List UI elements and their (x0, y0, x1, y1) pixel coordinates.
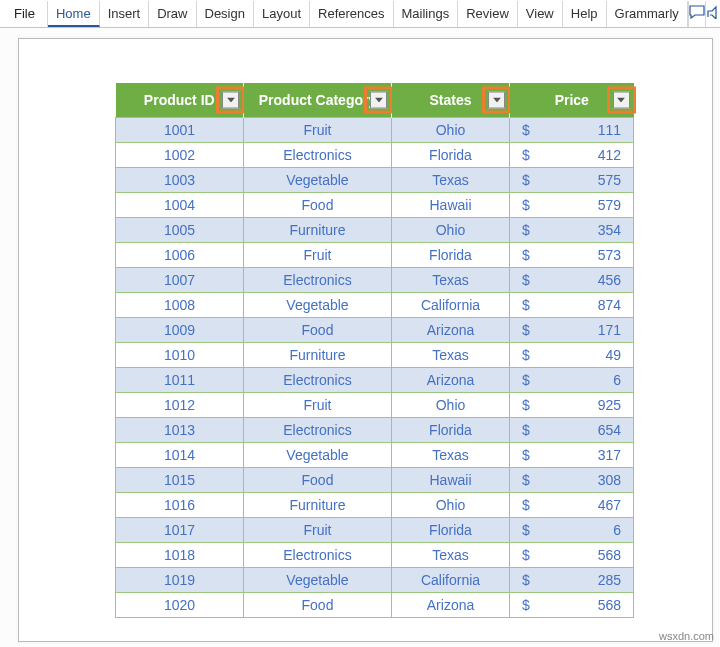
price-value: 467 (598, 497, 621, 513)
cell-state: Arizona (392, 367, 510, 392)
table-row[interactable]: 1014VegetableTexas$317 (116, 442, 634, 467)
price-value: 575 (598, 172, 621, 188)
currency-symbol: $ (522, 522, 530, 538)
cell-product-id: 1015 (116, 467, 244, 492)
price-value: 285 (598, 572, 621, 588)
table-body: 1001FruitOhio$1111002ElectronicsFlorida$… (116, 117, 634, 617)
table-row[interactable]: 1020FoodArizona$568 (116, 592, 634, 617)
cell-price: $6 (510, 517, 634, 542)
price-value: 111 (598, 122, 621, 138)
price-value: 568 (598, 547, 621, 563)
filter-button-states[interactable] (488, 91, 505, 108)
ribbon-tab-layout[interactable]: Layout (254, 1, 310, 27)
chevron-down-icon (617, 97, 625, 102)
document-area: Product ID Product Category (0, 28, 720, 647)
header-product-id: Product ID (116, 83, 244, 117)
price-value: 171 (598, 322, 621, 338)
table-row[interactable]: 1006FruitFlorida$573 (116, 242, 634, 267)
cell-price: $412 (510, 142, 634, 167)
filter-button-price[interactable] (613, 91, 630, 108)
share-button[interactable] (705, 1, 720, 27)
currency-symbol: $ (522, 247, 530, 263)
cell-price: $111 (510, 117, 634, 142)
header-label: States (429, 92, 471, 108)
comment-icon (689, 5, 705, 22)
cell-price: $573 (510, 242, 634, 267)
table-row[interactable]: 1010FurnitureTexas$49 (116, 342, 634, 367)
table-row[interactable]: 1007ElectronicsTexas$456 (116, 267, 634, 292)
cell-product-id: 1003 (116, 167, 244, 192)
ribbon-tab-view[interactable]: View (518, 1, 563, 27)
price-value: 412 (598, 147, 621, 163)
cell-state: Ohio (392, 117, 510, 142)
price-value: 6 (613, 522, 621, 538)
ribbon-tab-design[interactable]: Design (197, 1, 254, 27)
cell-state: Texas (392, 542, 510, 567)
ribbon-tab-review[interactable]: Review (458, 1, 518, 27)
filter-button-category[interactable] (370, 91, 387, 108)
table-row[interactable]: 1015FoodHawaii$308 (116, 467, 634, 492)
price-value: 573 (598, 247, 621, 263)
cell-product-id: 1017 (116, 517, 244, 542)
ribbon-tab-references[interactable]: References (310, 1, 393, 27)
chevron-down-icon (375, 97, 383, 102)
ribbon-tab-insert[interactable]: Insert (100, 1, 150, 27)
table-row[interactable]: 1011ElectronicsArizona$6 (116, 367, 634, 392)
filter-button-product-id[interactable] (222, 91, 239, 108)
cell-category: Vegetable (244, 292, 392, 317)
table-row[interactable]: 1016FurnitureOhio$467 (116, 492, 634, 517)
price-value: 49 (605, 347, 621, 363)
cell-product-id: 1011 (116, 367, 244, 392)
share-icon (706, 5, 720, 22)
cell-price: $925 (510, 392, 634, 417)
table-row[interactable]: 1001FruitOhio$111 (116, 117, 634, 142)
currency-symbol: $ (522, 272, 530, 288)
ribbon-tab-grammarly[interactable]: Grammarly (607, 1, 688, 27)
table-row[interactable]: 1017FruitFlorida$6 (116, 517, 634, 542)
cell-price: $568 (510, 542, 634, 567)
cell-state: Florida (392, 517, 510, 542)
cell-product-id: 1014 (116, 442, 244, 467)
cell-product-id: 1005 (116, 217, 244, 242)
chevron-down-icon (227, 97, 235, 102)
currency-symbol: $ (522, 547, 530, 563)
ribbon-tab-file[interactable]: File (2, 1, 48, 27)
cell-product-id: 1010 (116, 342, 244, 367)
table-row[interactable]: 1005FurnitureOhio$354 (116, 217, 634, 242)
header-label: Price (555, 92, 589, 108)
cell-price: $568 (510, 592, 634, 617)
table-row[interactable]: 1008VegetableCalifornia$874 (116, 292, 634, 317)
cell-category: Food (244, 592, 392, 617)
cell-category: Electronics (244, 542, 392, 567)
price-value: 568 (598, 597, 621, 613)
currency-symbol: $ (522, 297, 530, 313)
table-row[interactable]: 1019VegetableCalifornia$285 (116, 567, 634, 592)
cell-category: Electronics (244, 417, 392, 442)
ribbon-tab-help[interactable]: Help (563, 1, 607, 27)
table-row[interactable]: 1003VegetableTexas$575 (116, 167, 634, 192)
comments-button[interactable] (688, 1, 705, 27)
cell-product-id: 1009 (116, 317, 244, 342)
table-row[interactable]: 1013ElectronicsFlorida$654 (116, 417, 634, 442)
cell-price: $579 (510, 192, 634, 217)
cell-product-id: 1001 (116, 117, 244, 142)
cell-category: Furniture (244, 342, 392, 367)
table-row[interactable]: 1018ElectronicsTexas$568 (116, 542, 634, 567)
cell-product-id: 1007 (116, 267, 244, 292)
ribbon-tab-home[interactable]: Home (48, 1, 100, 27)
currency-symbol: $ (522, 397, 530, 413)
ribbon-tab-draw[interactable]: Draw (149, 1, 196, 27)
table-row[interactable]: 1012FruitOhio$925 (116, 392, 634, 417)
cell-state: Florida (392, 242, 510, 267)
table-row[interactable]: 1004FoodHawaii$579 (116, 192, 634, 217)
currency-symbol: $ (522, 147, 530, 163)
price-value: 579 (598, 197, 621, 213)
currency-symbol: $ (522, 422, 530, 438)
cell-price: $575 (510, 167, 634, 192)
cell-state: Texas (392, 442, 510, 467)
table-row[interactable]: 1009FoodArizona$171 (116, 317, 634, 342)
ribbon-tab-mailings[interactable]: Mailings (394, 1, 459, 27)
table-row[interactable]: 1002ElectronicsFlorida$412 (116, 142, 634, 167)
cell-state: California (392, 567, 510, 592)
price-value: 925 (598, 397, 621, 413)
